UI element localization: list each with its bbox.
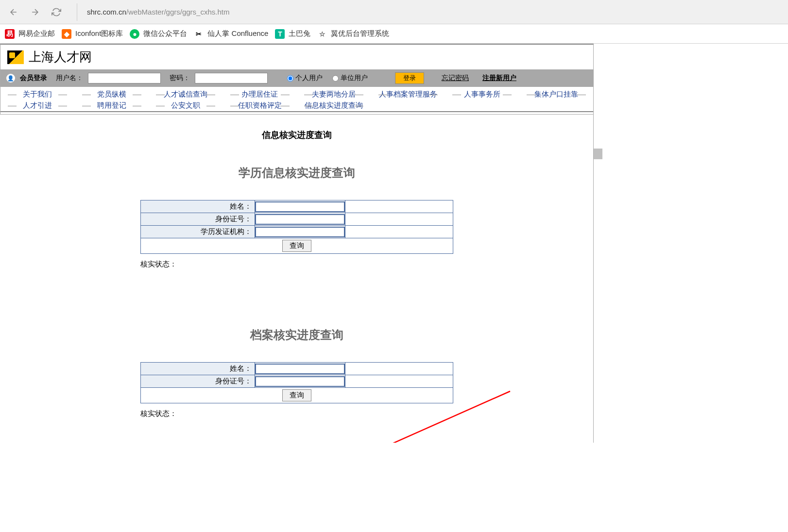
nav-police[interactable]: 公安文职 bbox=[149, 101, 223, 110]
url-domain: shrc.com.cn bbox=[87, 8, 126, 16]
bookmark-icon: ✂ bbox=[194, 29, 204, 39]
query-button-archive[interactable]: 查询 bbox=[282, 389, 311, 401]
forward-button[interactable] bbox=[29, 6, 41, 18]
archive-form: 姓名： 身份证号： 查询 bbox=[140, 362, 453, 403]
scrollbar[interactable] bbox=[594, 44, 602, 443]
nav-hukou[interactable]: 集体户口挂靠 bbox=[519, 90, 594, 99]
site-logo-icon bbox=[7, 50, 24, 64]
bookmark-label: 网易企业邮 bbox=[18, 29, 55, 38]
bookmark-netease-mail[interactable]: 易 网易企业邮 bbox=[5, 29, 55, 39]
bookmark-label: Iconfont图标库 bbox=[75, 29, 123, 38]
bookmark-icon: 易 bbox=[5, 29, 15, 39]
section1-title: 学历信息核实进度查询 bbox=[0, 165, 593, 181]
bookmark-label: 微信公众平台 bbox=[143, 29, 187, 38]
refresh-button[interactable] bbox=[51, 6, 62, 18]
idcard-label: 身份证号： bbox=[140, 213, 255, 226]
nav-verify-progress[interactable]: 信息核实进度查询 bbox=[297, 101, 371, 110]
page-heading: 信息核实进度查询 bbox=[0, 129, 593, 141]
forgot-password-link[interactable]: 忘记密码 bbox=[442, 74, 469, 83]
bookmark-label: 土巴兔 bbox=[289, 29, 310, 38]
bookmark-tubatu[interactable]: T 土巴兔 bbox=[275, 29, 310, 39]
nav-party[interactable]: 党员纵横 bbox=[75, 90, 149, 99]
bookmark-confluence[interactable]: ✂ 仙人掌 Confluence bbox=[194, 29, 268, 39]
query-button-edu[interactable]: 查询 bbox=[282, 240, 311, 252]
bookmark-wechat[interactable]: ● 微信公众平台 bbox=[130, 29, 187, 39]
scrollbar-thumb[interactable] bbox=[594, 149, 602, 159]
nav-spouse[interactable]: 夫妻两地分居 bbox=[297, 90, 371, 99]
password-label: 密码： bbox=[170, 74, 190, 83]
bookmark-yiyou[interactable]: ☆ 翼优后台管理系统 bbox=[317, 29, 389, 39]
bookmark-iconfont[interactable]: ◆ Iconfont图标库 bbox=[62, 29, 123, 39]
login-bar: 👤 会员登录 用户名： 密码： 个人用户 单位用户 登录 忘记密码 注册新用户 bbox=[0, 69, 593, 87]
status-archive: 核实状态： bbox=[140, 409, 453, 418]
user-icon: 👤 bbox=[6, 74, 15, 83]
url-path: /webMaster/ggrs/ggrs_cxhs.htm bbox=[126, 8, 230, 16]
nav-hr-office[interactable]: 人事事务所 bbox=[445, 90, 519, 99]
site-title: 上海人才网 bbox=[29, 49, 92, 66]
register-link[interactable]: 注册新用户 bbox=[482, 74, 516, 83]
login-button[interactable]: 登录 bbox=[395, 72, 424, 84]
nav-qualification[interactable]: 任职资格评定 bbox=[223, 101, 297, 110]
username-label: 用户名： bbox=[56, 74, 83, 83]
address-bar[interactable]: shrc.com.cn/webMaster/ggrs/ggrs_cxhs.htm bbox=[77, 3, 780, 21]
edu-org-label: 学历发证机构： bbox=[140, 226, 255, 238]
main-content: 信息核实进度查询 学历信息核实进度查询 姓名： 身份证号： 学历发证机构： 查询 bbox=[0, 115, 594, 443]
login-title: 会员登录 bbox=[20, 74, 47, 83]
back-button[interactable] bbox=[8, 6, 19, 18]
nav-menu: 关于我们 党员纵横 人才诚信查询 办理居住证 夫妻两地分居 人事档案管理服务 人… bbox=[0, 87, 593, 114]
password-input[interactable] bbox=[195, 73, 268, 83]
section2-title: 档案核实进度查询 bbox=[0, 327, 593, 343]
idcard-input-2[interactable] bbox=[255, 376, 345, 387]
idcard-input[interactable] bbox=[255, 214, 345, 225]
name-label: 姓名： bbox=[140, 200, 255, 213]
idcard-label-2: 身份证号： bbox=[140, 375, 255, 388]
bookmark-label: 翼优后台管理系统 bbox=[331, 29, 389, 38]
name-input[interactable] bbox=[255, 201, 345, 212]
bookmark-icon: T bbox=[275, 29, 285, 39]
name-label-2: 姓名： bbox=[140, 363, 255, 375]
nav-archive-mgmt[interactable]: 人事档案管理服务 bbox=[371, 90, 445, 99]
nav-about[interactable]: 关于我们 bbox=[0, 90, 75, 99]
nav-credit-query[interactable]: 人才诚信查询 bbox=[149, 90, 223, 99]
nav-residence[interactable]: 办理居住证 bbox=[223, 90, 297, 99]
education-form: 姓名： 身份证号： 学历发证机构： 查询 bbox=[140, 200, 453, 254]
nav-talent-intro[interactable]: 人才引进 bbox=[0, 101, 75, 110]
bookmarks-bar: 易 网易企业邮 ◆ Iconfont图标库 ● 微信公众平台 ✂ 仙人掌 Con… bbox=[0, 24, 788, 44]
radio-company[interactable]: 单位用户 bbox=[332, 74, 368, 83]
bookmark-icon: ☆ bbox=[317, 29, 327, 39]
nav-hire-reg[interactable]: 聘用登记 bbox=[75, 101, 149, 110]
radio-personal[interactable]: 个人用户 bbox=[287, 74, 323, 83]
username-input[interactable] bbox=[88, 73, 161, 83]
browser-toolbar: shrc.com.cn/webMaster/ggrs/ggrs_cxhs.htm bbox=[0, 0, 788, 24]
bookmark-label: 仙人掌 Confluence bbox=[207, 29, 268, 38]
bookmark-icon: ◆ bbox=[62, 29, 71, 39]
bookmark-icon: ● bbox=[130, 29, 139, 39]
name-input-2[interactable] bbox=[255, 364, 345, 374]
site-header: 上海人才网 bbox=[0, 45, 593, 69]
status-edu: 核实状态： bbox=[140, 260, 453, 269]
edu-org-input[interactable] bbox=[255, 227, 345, 237]
